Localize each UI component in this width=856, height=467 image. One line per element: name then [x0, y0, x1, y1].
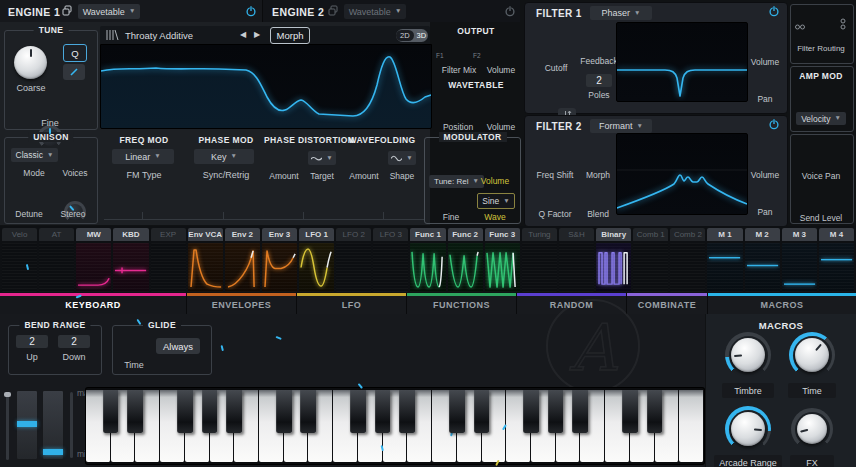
- filter1-power-icon[interactable]: [768, 5, 780, 17]
- prev-wavetable-button[interactable]: ◀: [240, 30, 246, 39]
- black-key[interactable]: [548, 390, 564, 433]
- black-key[interactable]: [177, 390, 193, 433]
- mod-slot-lfo3[interactable]: LFO 3: [373, 228, 408, 292]
- mod-slot-comb1[interactable]: Comb 1: [633, 228, 668, 292]
- fine-tune-knob[interactable]: [38, 125, 62, 149]
- mod-slot-at[interactable]: AT: [39, 228, 74, 292]
- pd-target-dropdown[interactable]: ▼: [308, 151, 336, 165]
- pd-amount-knob[interactable]: [272, 329, 295, 352]
- mod-slot-m2[interactable]: M 2: [745, 228, 780, 292]
- engine2-power-icon[interactable]: [504, 5, 516, 17]
- coarse-knob[interactable]: [14, 46, 47, 79]
- mod-slot-func3[interactable]: Func 3: [485, 228, 520, 292]
- mod-slot-m3[interactable]: M 3: [782, 228, 817, 292]
- black-key[interactable]: [301, 390, 317, 433]
- wavetable-name[interactable]: Throaty Additive: [125, 30, 193, 41]
- morph-button[interactable]: Morph: [270, 27, 310, 44]
- black-key[interactable]: [276, 390, 292, 433]
- wf-mod-knob[interactable]: [370, 442, 397, 467]
- edit-pitch-button[interactable]: [63, 64, 85, 80]
- copy-icon[interactable]: [328, 5, 339, 16]
- pitch-wheel-handle[interactable]: [4, 392, 11, 397]
- unison-detune-knob[interactable]: [16, 261, 41, 286]
- black-key[interactable]: [449, 390, 465, 433]
- unison-stereo-knob[interactable]: [60, 286, 85, 311]
- amp-mod-dropdown[interactable]: Velocity▼: [796, 112, 846, 125]
- glide-time-label: Time: [116, 360, 152, 370]
- mod-slot-sh[interactable]: S&H: [559, 228, 594, 292]
- mod-slot-binary[interactable]: Binary: [596, 228, 631, 292]
- mod-slot-func1[interactable]: Func 1: [410, 228, 445, 292]
- wavetable-display[interactable]: [100, 44, 432, 129]
- engine2-type-dropdown[interactable]: Wavetable▼: [344, 4, 406, 19]
- mod-slot-env3[interactable]: Env 3: [262, 228, 297, 292]
- black-key[interactable]: [226, 390, 242, 433]
- filter2-power-icon[interactable]: [768, 118, 780, 130]
- black-key[interactable]: [128, 390, 144, 433]
- black-key[interactable]: [622, 390, 638, 433]
- mod-slot-lfo1[interactable]: LFO 1: [299, 228, 334, 292]
- mod-slider-2[interactable]: [42, 390, 64, 460]
- tab-lfo[interactable]: LFO: [297, 293, 406, 314]
- range-slider[interactable]: [70, 392, 73, 458]
- mod-slot-lfo2[interactable]: LFO 2: [336, 228, 371, 292]
- mod-slot-turing[interactable]: Turing: [522, 228, 557, 292]
- mod-slot-func2[interactable]: Func 2: [448, 228, 483, 292]
- black-key[interactable]: [103, 390, 119, 433]
- view-2d-button[interactable]: 2D: [396, 30, 414, 41]
- quantize-button[interactable]: Q: [63, 44, 87, 62]
- next-wavetable-button[interactable]: ▶: [254, 30, 260, 39]
- output-volume-knob[interactable]: [488, 420, 513, 445]
- engine1-type-dropdown[interactable]: Wavetable▼: [78, 4, 140, 19]
- mod-slot-env-vca[interactable]: Env VCA: [188, 228, 223, 292]
- filter2-type-dropdown[interactable]: Formant▼: [590, 119, 652, 133]
- mod-rail-tick: [383, 212, 384, 219]
- black-key[interactable]: [350, 390, 366, 433]
- bend-down-value[interactable]: 2: [58, 335, 90, 348]
- black-key[interactable]: [399, 390, 415, 433]
- bend-up-value[interactable]: 2: [16, 335, 48, 348]
- engine1-power-icon[interactable]: [245, 5, 257, 17]
- copy-icon[interactable]: [62, 5, 73, 16]
- chevron-down-icon: ▼: [834, 115, 840, 122]
- mod-slot-kbd[interactable]: KBD: [113, 228, 148, 292]
- mod-slot-m1[interactable]: M 1: [707, 228, 742, 292]
- tab-functions[interactable]: FUNCTIONS: [407, 293, 516, 314]
- mod-slot-env2[interactable]: Env 2: [225, 228, 260, 292]
- unison-mode-dropdown[interactable]: Classic▼: [11, 148, 58, 162]
- black-key[interactable]: [647, 390, 663, 433]
- mod-slot-comb2[interactable]: Comb 2: [670, 228, 705, 292]
- modulator-wave-dropdown[interactable]: Sine▼: [477, 193, 515, 209]
- black-key[interactable]: [202, 390, 218, 433]
- tab-macros[interactable]: MACROS: [708, 293, 856, 314]
- mod-slot-mw[interactable]: MW: [76, 228, 111, 292]
- macro-knob-time[interactable]: [789, 332, 835, 378]
- filter1-display[interactable]: [616, 22, 748, 102]
- macro-knob-fx[interactable]: [791, 408, 833, 450]
- phase-mod-amount-knob[interactable]: [210, 342, 237, 369]
- black-key[interactable]: [573, 390, 589, 433]
- pitch-wheel[interactable]: [6, 392, 9, 460]
- black-key[interactable]: [523, 390, 539, 433]
- sync-retrig-dropdown[interactable]: Key▼: [194, 149, 254, 164]
- unison-voices-knob[interactable]: [64, 201, 86, 223]
- white-key[interactable]: [679, 390, 704, 462]
- mod-slot-exp[interactable]: EXP: [151, 228, 186, 292]
- mod-slot-m4[interactable]: M 4: [819, 228, 854, 292]
- view-3d-button[interactable]: 3D: [414, 30, 430, 41]
- poles-value[interactable]: 2: [586, 74, 612, 87]
- mod-slider-1[interactable]: [16, 390, 38, 460]
- macro-knob-timbre[interactable]: [725, 332, 771, 378]
- tab-keyboard[interactable]: KEYBOARD: [0, 293, 186, 314]
- wf-shape-dropdown[interactable]: ▼: [388, 151, 416, 165]
- tab-envelopes[interactable]: ENVELOPES: [187, 293, 296, 314]
- black-key[interactable]: [375, 390, 391, 433]
- filter1-type-dropdown[interactable]: Phaser▼: [590, 6, 652, 20]
- glide-mode-button[interactable]: Always: [156, 338, 200, 354]
- fm-amount-knob[interactable]: [129, 315, 156, 342]
- black-key[interactable]: [474, 390, 490, 433]
- macro-knob-arcade-range[interactable]: [725, 406, 771, 452]
- wavetable-icon: [106, 30, 119, 40]
- filter2-display[interactable]: [616, 133, 748, 215]
- fm-type-dropdown[interactable]: Linear▼: [112, 149, 174, 164]
